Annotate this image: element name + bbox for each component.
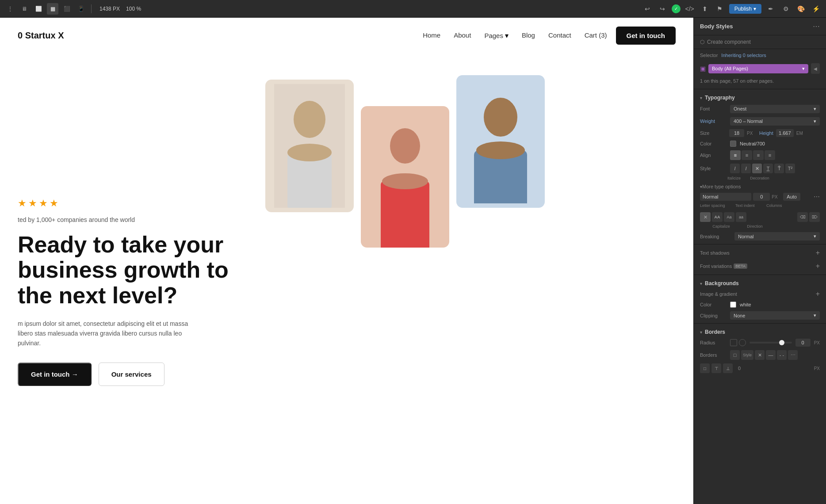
radius-icons	[730, 339, 746, 346]
text-indent-sublabel: Text indent	[735, 203, 766, 208]
create-component-row[interactable]: ⬡ Create component	[694, 35, 826, 49]
panel-menu-icon[interactable]: ⋯	[813, 22, 820, 31]
more-icon[interactable]: ⋮	[4, 3, 16, 15]
nav-item-cart[interactable]: Cart (3)	[585, 31, 607, 39]
superscript-btn[interactable]: T²	[785, 164, 795, 173]
type-zero-input[interactable]: 0	[753, 193, 770, 201]
border-width-unit: PX	[814, 366, 820, 371]
transform-Aa-btn[interactable]: Aa	[724, 212, 734, 222]
our-services-button[interactable]: Our services	[99, 363, 164, 386]
normal-select[interactable]: Normal	[700, 193, 751, 201]
more-type-options-row[interactable]: ▾ More type options	[694, 182, 826, 191]
desktop-icon[interactable]: 🖥	[19, 3, 30, 15]
divider-4	[694, 323, 826, 324]
redo-icon[interactable]: ↪	[657, 3, 668, 15]
lightning-icon[interactable]: ⚡	[810, 3, 822, 15]
star-4: ★	[50, 198, 58, 209]
style-sub-labels: Italicize Decoration	[694, 175, 826, 182]
color-swatch[interactable]	[730, 141, 736, 147]
border-all-btn[interactable]: □	[700, 363, 710, 373]
border-dash2-btn[interactable]: - -	[777, 350, 787, 360]
publish-button[interactable]: Publish ▾	[729, 4, 761, 14]
align-left-btn[interactable]: ≡	[730, 150, 741, 160]
selector-dropdown[interactable]: Body (All Pages) ▾	[708, 64, 808, 73]
borders-title: Borders	[705, 329, 725, 335]
type-auto-input[interactable]: Auto	[783, 193, 800, 201]
border-dash1-btn[interactable]: —	[766, 350, 776, 360]
tablet-icon[interactable]: ⬜	[33, 3, 44, 15]
decoration-label: Decoration	[749, 176, 770, 180]
align-center-btn[interactable]: ≡	[742, 150, 752, 160]
align-buttons: ≡ ≡ ≡ ≡	[730, 150, 775, 160]
size-input[interactable]: 18	[729, 129, 744, 137]
clipping-select[interactable]: None ▾	[730, 311, 820, 320]
radius-input[interactable]: 0	[795, 339, 811, 347]
get-in-touch-button[interactable]: Get in touch →	[18, 363, 92, 386]
color-value: Neutral/700	[740, 141, 765, 146]
radius-icon-1[interactable]	[730, 339, 737, 346]
borders-section-header[interactable]: ▾ Borders	[694, 325, 826, 337]
align-label: Align	[700, 153, 727, 158]
nav-item-home[interactable]: Home	[423, 31, 440, 39]
align-justify-btn[interactable]: ≡	[765, 150, 775, 160]
italic2-btn[interactable]: I	[741, 164, 751, 173]
direction-rtl-btn[interactable]: ⌦	[809, 212, 820, 222]
radius-slider[interactable]	[750, 342, 792, 344]
font-row: Font Onest ▾	[694, 103, 826, 115]
pen-icon[interactable]: ✒	[765, 3, 776, 15]
strikethrough-btn[interactable]: ✕	[752, 164, 762, 173]
text-shadows-row[interactable]: Text shadows +	[694, 246, 826, 260]
transform-AA-btn[interactable]: AA	[712, 212, 723, 222]
transform-x-btn[interactable]: ✕	[700, 212, 711, 222]
code-icon[interactable]: </>	[684, 3, 696, 15]
border-bottom-btn[interactable]: ⊥	[723, 363, 733, 373]
undo-icon[interactable]: ↩	[642, 3, 653, 15]
font-select[interactable]: Onest ▾	[730, 105, 820, 113]
border-style-square[interactable]: □	[730, 350, 740, 360]
font-variations-row[interactable]: Font variations BETA +	[694, 260, 826, 273]
page-count: 1 on this page, 57 on other pages.	[694, 77, 826, 87]
align-right-btn[interactable]: ≡	[753, 150, 764, 160]
transform-aa-btn[interactable]: aa	[736, 212, 746, 222]
nav-cta-button[interactable]: Get in touch	[616, 27, 676, 45]
border-top-btn[interactable]: ⊤	[711, 363, 721, 373]
border-x-btn[interactable]: ✕	[755, 350, 765, 360]
settings-icon[interactable]: ⚙	[780, 3, 792, 15]
palette-icon[interactable]: 🎨	[795, 3, 807, 15]
nav-item-blog[interactable]: Blog	[522, 31, 535, 39]
nav-item-pages[interactable]: Pages ▾	[484, 31, 509, 40]
underline-btn[interactable]: T	[763, 164, 773, 173]
direction-ltr-btn[interactable]: ⌫	[797, 212, 808, 222]
size-row: Size 18 PX Height 1.667 EM	[694, 127, 826, 139]
backgrounds-section-header[interactable]: ▾ Backgrounds	[694, 277, 826, 288]
weight-row: Weight 400 – Normal ▾	[694, 115, 826, 127]
component-icon: ⬡	[700, 39, 704, 45]
bg-image-plus[interactable]: +	[816, 290, 820, 298]
italic-btn[interactable]: I	[730, 164, 740, 173]
border-dots-btn[interactable]: ⋯	[788, 350, 798, 360]
overline-btn[interactable]: T̄	[774, 164, 784, 173]
radius-icon-circle[interactable]	[739, 339, 746, 346]
tablet-landscape-icon[interactable]: ▦	[47, 3, 58, 15]
flag-icon[interactable]: ⚑	[714, 3, 726, 15]
tablet-small-icon[interactable]: ⬛	[61, 3, 73, 15]
nav-item-contact[interactable]: Contact	[548, 31, 571, 39]
nav-item-about[interactable]: About	[454, 31, 471, 39]
bg-color-swatch[interactable]	[730, 302, 736, 308]
radius-thumb[interactable]	[779, 340, 784, 345]
selector-prev-btn[interactable]: ◀	[811, 63, 820, 74]
type-dots[interactable]: ⋯	[814, 193, 820, 200]
type-px-unit: PX	[772, 195, 781, 199]
weight-select[interactable]: 400 – Normal ▾	[730, 117, 820, 126]
breaking-select[interactable]: Normal ▾	[734, 232, 820, 241]
height-input[interactable]: 1.667	[776, 129, 794, 137]
text-shadows-plus[interactable]: +	[816, 249, 820, 257]
right-panel: Body Styles ⋯ ⬡ Create component Selecto…	[693, 18, 826, 504]
transform-buttons: ✕ AA Aa aa	[700, 212, 746, 222]
mobile-icon[interactable]: 📱	[75, 3, 87, 15]
share-icon[interactable]: ⬆	[699, 3, 711, 15]
transform-sub-labels: Capitalize Direction	[694, 224, 826, 230]
normal-value: Normal	[703, 194, 718, 199]
font-variations-plus[interactable]: +	[816, 262, 820, 270]
typography-section-header[interactable]: ▾ Typography	[694, 91, 826, 103]
